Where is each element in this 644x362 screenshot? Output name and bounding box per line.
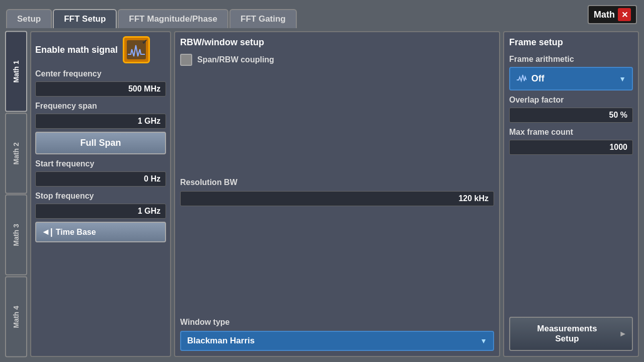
tab-fft-setup[interactable]: FFT Setup bbox=[53, 9, 117, 28]
timebase-label: Time Base bbox=[56, 228, 96, 237]
frame-arithmetic-dropdown[interactable]: Off ▼ bbox=[509, 67, 633, 90]
center-freq-input[interactable]: 500 MHz bbox=[35, 81, 166, 97]
overlap-factor-label: Overlap factor bbox=[509, 96, 633, 105]
window-type-dropdown[interactable]: Blackman Harris ▼ bbox=[180, 331, 494, 351]
stop-freq-label: Stop frequency bbox=[35, 192, 166, 201]
measurements-setup-arrow-icon: ► bbox=[619, 329, 627, 338]
rbw-panel-title: RBW/window setup bbox=[180, 37, 494, 48]
sidebar-item-math2[interactable]: Math 2 bbox=[5, 113, 27, 194]
frame-dropdown-inner: Off bbox=[516, 72, 544, 85]
span-rbw-label: Span/RBW coupling bbox=[197, 55, 274, 64]
fullspan-button[interactable]: Full Span bbox=[35, 132, 166, 154]
enable-math-icon-button[interactable]: ✔ bbox=[123, 36, 150, 63]
window-type-label: Window type bbox=[180, 318, 494, 327]
freq-span-label: Frequency span bbox=[35, 102, 166, 111]
start-freq-label: Start frequency bbox=[35, 159, 166, 168]
sidebar: Math 1 Math 2 Math 3 Math 4 bbox=[5, 31, 27, 357]
measurements-setup-button[interactable]: MeasurementsSetup ► bbox=[509, 317, 633, 351]
math-close-button[interactable]: Math ✕ bbox=[588, 5, 637, 24]
sidebar-item-math1[interactable]: Math 1 bbox=[5, 31, 27, 112]
tab-bar: Setup FFT Setup FFT Magnitude/Phase FFT … bbox=[0, 0, 644, 28]
window-type-dropdown-arrow: ▼ bbox=[480, 337, 487, 345]
start-freq-input[interactable]: 0 Hz bbox=[35, 171, 166, 187]
timebase-button[interactable]: ◄| Time Base bbox=[35, 222, 166, 242]
max-frame-count-input[interactable]: 1000 bbox=[509, 140, 633, 155]
tab-setup[interactable]: Setup bbox=[6, 9, 52, 28]
frame-dropdown-arrow: ▼ bbox=[619, 75, 626, 83]
stop-freq-input[interactable]: 1 GHz bbox=[35, 204, 166, 219]
right-panel: Frame setup Frame arithmetic Off ▼ Overl… bbox=[503, 31, 639, 357]
enable-math-label: Enable math signal bbox=[35, 45, 118, 55]
resolution-bw-input[interactable]: 120 kHz bbox=[180, 191, 494, 206]
resolution-bw-label: Resolution BW bbox=[180, 178, 494, 187]
enable-row: Enable math signal ✔ bbox=[35, 36, 166, 63]
tab-fft-mag-phase[interactable]: FFT Magnitude/Phase bbox=[118, 9, 228, 28]
center-freq-label: Center frequency bbox=[35, 69, 166, 78]
sidebar-item-math4[interactable]: Math 4 bbox=[5, 277, 27, 357]
window-type-value: Blackman Harris bbox=[187, 336, 255, 346]
frame-waveform-svg bbox=[516, 72, 527, 83]
freq-span-input[interactable]: 1 GHz bbox=[35, 114, 166, 129]
checkmark-icon: ✔ bbox=[142, 38, 147, 46]
math-close-label: Math bbox=[594, 10, 615, 20]
max-frame-count-label: Max frame count bbox=[509, 128, 633, 137]
overlap-factor-input[interactable]: 50 % bbox=[509, 108, 633, 123]
math-x-icon: ✕ bbox=[618, 8, 631, 21]
span-rbw-checkbox[interactable] bbox=[180, 54, 192, 66]
frame-panel-title: Frame setup bbox=[509, 37, 633, 48]
timebase-arrow-icon: ◄| bbox=[41, 227, 53, 237]
frame-arithmetic-value: Off bbox=[531, 73, 544, 84]
frame-arithmetic-label: Frame arithmetic bbox=[509, 55, 633, 64]
sidebar-item-math3[interactable]: Math 3 bbox=[5, 195, 27, 276]
main-content: Math 1 Math 2 Math 3 Math 4 Enable math … bbox=[0, 28, 644, 362]
left-panel: Enable math signal ✔ Center frequency 50… bbox=[30, 31, 171, 357]
span-rbw-row: Span/RBW coupling bbox=[180, 54, 494, 66]
measurements-setup-label: MeasurementsSetup bbox=[515, 324, 619, 344]
middle-panel: RBW/window setup Span/RBW coupling Resol… bbox=[174, 31, 500, 357]
tab-fft-gating[interactable]: FFT Gating bbox=[229, 9, 297, 28]
frame-waveform-icon bbox=[516, 72, 527, 85]
